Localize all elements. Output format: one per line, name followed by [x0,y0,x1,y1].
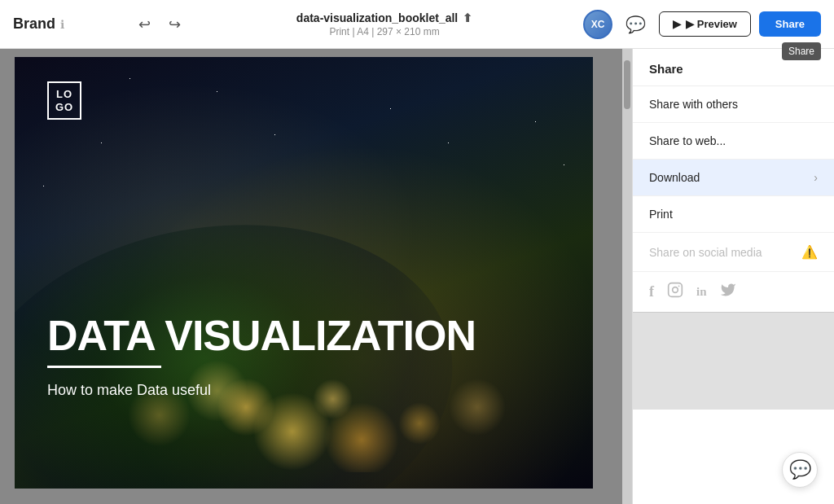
download-label: Download [649,171,700,184]
avatar-button[interactable]: XC [583,10,612,39]
file-title-row: data-visualization_booklet_all ⬆ [186,11,583,24]
slide-logo: LO GO [47,81,81,120]
undo-button[interactable]: ↩ [134,12,156,37]
redo-icon: ↪ [169,15,181,33]
brand-area: Brand ℹ [13,15,127,33]
share-with-others-item[interactable]: Share with others [633,86,834,123]
svg-point-2 [678,286,680,287]
file-info: data-visualization_booklet_all ⬆ Print |… [186,11,583,37]
chevron-right-icon: › [814,171,818,184]
header-nav: ↩ ↪ [134,12,186,37]
share-button-wrapper: Share Share [759,11,821,37]
print-label: Print [649,208,673,221]
main-layout: LO GO DATA VISUALIZATION How to make Dat… [0,49,834,504]
header-actions: XC 💬 ▶ ▶ Preview Share Share [583,10,821,39]
chat-icon: 💬 [626,15,646,33]
share-to-web-label: Share to web... [649,134,726,147]
brand-name: Brand [13,15,55,33]
right-panel: Share Share with others Share to web... … [632,49,834,504]
canvas-area: LO GO DATA VISUALIZATION How to make Dat… [0,49,632,504]
svg-point-1 [673,287,678,293]
facebook-icon[interactable]: f [649,283,654,300]
thumbnail-area [633,312,834,410]
preview-button[interactable]: ▶ ▶ Preview [659,11,751,37]
preview-label: ▶ Preview [686,18,737,30]
share-social-label: Share on social media [649,246,762,259]
redo-button[interactable]: ↪ [164,12,186,37]
canvas-scrollbar[interactable] [622,49,632,504]
share-button[interactable]: Share [759,11,821,37]
social-icons-row: f in [633,272,834,312]
export-icon[interactable]: ⬆ [463,11,472,24]
chat-bubble-icon: 💬 [789,459,811,480]
instagram-icon[interactable] [667,282,683,302]
svg-rect-0 [669,283,683,297]
share-to-web-item[interactable]: Share to web... [633,123,834,160]
chat-icon-button[interactable]: 💬 [621,11,651,37]
linkedin-icon[interactable]: in [696,285,707,299]
brand-info-icon[interactable]: ℹ [60,18,64,31]
print-item[interactable]: Print [633,196,834,233]
file-meta: Print | A4 | 297 × 210 mm [186,26,583,37]
share-social-item: Share on social media ⚠️ [633,233,834,272]
warning-icon: ⚠️ [801,244,818,260]
share-panel-header: Share [633,49,834,86]
app-header: Brand ℹ ↩ ↪ data-visualization_booklet_a… [0,0,834,49]
share-panel: Share Share with others Share to web... … [633,49,834,504]
scroll-thumb[interactable] [624,60,630,109]
slide-divider [47,366,161,368]
undo-icon: ↩ [138,15,151,33]
download-item[interactable]: Download › [633,160,834,196]
file-title-text: data-visualization_booklet_all [296,11,458,24]
slide-container: LO GO DATA VISUALIZATION How to make Dat… [15,57,593,489]
chat-bubble-button[interactable]: 💬 [782,452,818,488]
preview-play-icon: ▶ [673,18,681,30]
twitter-icon[interactable] [720,282,736,302]
share-with-others-label: Share with others [649,98,738,111]
slide-title: DATA VISUALIZATION [47,313,476,358]
slide-subtitle: How to make Data useful [47,382,211,399]
